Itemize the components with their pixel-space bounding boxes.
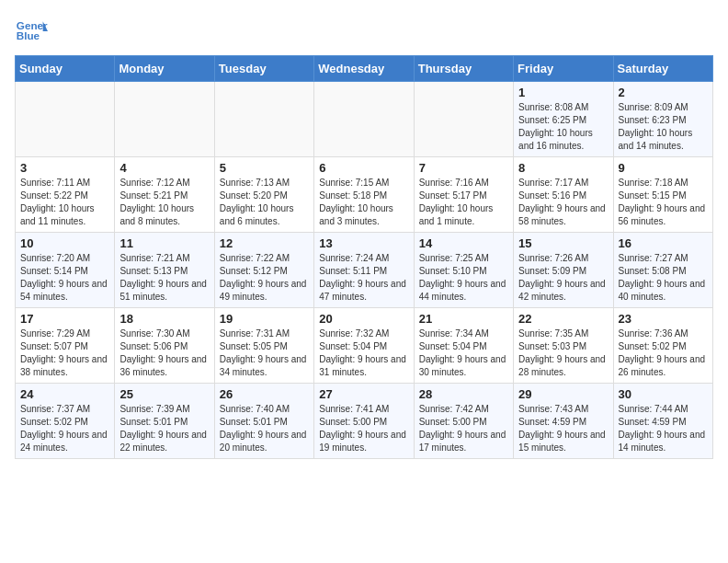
calendar-cell: 1Sunrise: 8:08 AM Sunset: 6:25 PM Daylig… [514, 82, 613, 157]
calendar-cell: 9Sunrise: 7:18 AM Sunset: 5:15 PM Daylig… [613, 157, 712, 233]
calendar-cell: 26Sunrise: 7:40 AM Sunset: 5:01 PM Dayli… [214, 384, 313, 459]
calendar-cell [214, 82, 313, 157]
day-number: 9 [619, 161, 708, 175]
day-info: Sunrise: 7:36 AM Sunset: 5:02 PM Dayligh… [619, 327, 708, 379]
calendar-cell: 29Sunrise: 7:43 AM Sunset: 4:59 PM Dayli… [514, 384, 613, 459]
calendar-table: SundayMondayTuesdayWednesdayThursdayFrid… [15, 55, 713, 459]
day-number: 24 [20, 387, 109, 401]
calendar-week-row: 1Sunrise: 8:08 AM Sunset: 6:25 PM Daylig… [16, 82, 713, 157]
day-number: 10 [20, 236, 109, 250]
day-number: 3 [20, 161, 109, 175]
calendar-body: 1Sunrise: 8:08 AM Sunset: 6:25 PM Daylig… [16, 82, 713, 459]
day-info: Sunrise: 7:26 AM Sunset: 5:09 PM Dayligh… [518, 252, 608, 304]
calendar-cell: 8Sunrise: 7:17 AM Sunset: 5:16 PM Daylig… [514, 157, 613, 233]
calendar-cell: 6Sunrise: 7:15 AM Sunset: 5:18 PM Daylig… [314, 157, 414, 233]
calendar-week-row: 3Sunrise: 7:11 AM Sunset: 5:22 PM Daylig… [16, 157, 713, 233]
day-number: 12 [220, 236, 309, 250]
calendar-cell: 15Sunrise: 7:26 AM Sunset: 5:09 PM Dayli… [514, 233, 613, 308]
day-info: Sunrise: 7:32 AM Sunset: 5:04 PM Dayligh… [319, 327, 408, 379]
day-number: 22 [518, 312, 608, 326]
logo-icon: General Blue [15, 15, 48, 48]
day-info: Sunrise: 7:12 AM Sunset: 5:21 PM Dayligh… [119, 177, 209, 228]
weekday-header-cell: Thursday [414, 56, 513, 82]
calendar-cell: 16Sunrise: 7:27 AM Sunset: 5:08 PM Dayli… [613, 233, 712, 308]
day-number: 17 [20, 312, 109, 326]
day-number: 14 [419, 236, 508, 250]
day-number: 23 [619, 312, 708, 326]
day-info: Sunrise: 7:21 AM Sunset: 5:13 PM Dayligh… [119, 252, 209, 304]
day-info: Sunrise: 7:42 AM Sunset: 5:00 PM Dayligh… [419, 403, 508, 454]
day-info: Sunrise: 7:31 AM Sunset: 5:05 PM Dayligh… [220, 327, 309, 379]
calendar-cell: 19Sunrise: 7:31 AM Sunset: 5:05 PM Dayli… [214, 308, 313, 384]
calendar-week-row: 17Sunrise: 7:29 AM Sunset: 5:07 PM Dayli… [16, 308, 713, 384]
day-number: 7 [419, 161, 508, 175]
calendar-cell [414, 82, 513, 157]
svg-text:Blue: Blue [17, 29, 40, 41]
day-info: Sunrise: 7:41 AM Sunset: 5:00 PM Dayligh… [319, 403, 408, 454]
day-info: Sunrise: 7:29 AM Sunset: 5:07 PM Dayligh… [20, 327, 109, 379]
page-header: General Blue [15, 15, 713, 48]
day-number: 30 [619, 387, 708, 401]
logo: General Blue [15, 15, 48, 48]
calendar-cell: 11Sunrise: 7:21 AM Sunset: 5:13 PM Dayli… [115, 233, 214, 308]
day-info: Sunrise: 7:43 AM Sunset: 4:59 PM Dayligh… [518, 403, 608, 454]
day-info: Sunrise: 7:22 AM Sunset: 5:12 PM Dayligh… [220, 252, 309, 304]
day-number: 1 [518, 86, 608, 99]
calendar-cell: 4Sunrise: 7:12 AM Sunset: 5:21 PM Daylig… [115, 157, 214, 233]
calendar-cell: 27Sunrise: 7:41 AM Sunset: 5:00 PM Dayli… [314, 384, 414, 459]
calendar-cell: 13Sunrise: 7:24 AM Sunset: 5:11 PM Dayli… [314, 233, 414, 308]
day-info: Sunrise: 7:17 AM Sunset: 5:16 PM Dayligh… [518, 177, 608, 228]
calendar-week-row: 10Sunrise: 7:20 AM Sunset: 5:14 PM Dayli… [16, 233, 713, 308]
day-info: Sunrise: 7:44 AM Sunset: 4:59 PM Dayligh… [619, 403, 708, 454]
day-info: Sunrise: 7:20 AM Sunset: 5:14 PM Dayligh… [20, 252, 109, 304]
day-number: 16 [619, 236, 708, 250]
day-number: 18 [119, 312, 209, 326]
day-number: 13 [319, 236, 408, 250]
calendar-cell: 22Sunrise: 7:35 AM Sunset: 5:03 PM Dayli… [514, 308, 613, 384]
calendar-cell: 28Sunrise: 7:42 AM Sunset: 5:00 PM Dayli… [414, 384, 513, 459]
day-number: 2 [619, 86, 708, 99]
calendar-cell: 24Sunrise: 7:37 AM Sunset: 5:02 PM Dayli… [16, 384, 115, 459]
weekday-header-cell: Tuesday [214, 56, 313, 82]
day-number: 15 [518, 236, 608, 250]
calendar-cell: 21Sunrise: 7:34 AM Sunset: 5:04 PM Dayli… [414, 308, 513, 384]
calendar-cell: 7Sunrise: 7:16 AM Sunset: 5:17 PM Daylig… [414, 157, 513, 233]
day-number: 4 [119, 161, 209, 175]
day-number: 29 [518, 387, 608, 401]
day-number: 25 [119, 387, 209, 401]
day-info: Sunrise: 7:34 AM Sunset: 5:04 PM Dayligh… [419, 327, 508, 379]
calendar-cell [314, 82, 414, 157]
calendar-cell: 18Sunrise: 7:30 AM Sunset: 5:06 PM Dayli… [115, 308, 214, 384]
day-number: 21 [419, 312, 508, 326]
day-number: 8 [518, 161, 608, 175]
day-number: 6 [319, 161, 408, 175]
day-info: Sunrise: 7:18 AM Sunset: 5:15 PM Dayligh… [619, 177, 708, 228]
day-number: 5 [220, 161, 309, 175]
day-number: 11 [119, 236, 209, 250]
day-number: 19 [220, 312, 309, 326]
day-number: 26 [220, 387, 309, 401]
calendar-cell: 25Sunrise: 7:39 AM Sunset: 5:01 PM Dayli… [115, 384, 214, 459]
day-info: Sunrise: 7:27 AM Sunset: 5:08 PM Dayligh… [619, 252, 708, 304]
weekday-header-row: SundayMondayTuesdayWednesdayThursdayFrid… [16, 56, 713, 82]
day-number: 28 [419, 387, 508, 401]
calendar-cell [16, 82, 115, 157]
calendar-cell: 5Sunrise: 7:13 AM Sunset: 5:20 PM Daylig… [214, 157, 313, 233]
day-info: Sunrise: 8:08 AM Sunset: 6:25 PM Dayligh… [518, 101, 608, 153]
weekday-header-cell: Sunday [16, 56, 115, 82]
weekday-header-cell: Wednesday [314, 56, 414, 82]
day-info: Sunrise: 7:24 AM Sunset: 5:11 PM Dayligh… [319, 252, 408, 304]
calendar-cell: 23Sunrise: 7:36 AM Sunset: 5:02 PM Dayli… [613, 308, 712, 384]
day-info: Sunrise: 7:16 AM Sunset: 5:17 PM Dayligh… [419, 177, 508, 228]
day-info: Sunrise: 7:39 AM Sunset: 5:01 PM Dayligh… [119, 403, 209, 454]
day-info: Sunrise: 8:09 AM Sunset: 6:23 PM Dayligh… [619, 101, 708, 153]
weekday-header-cell: Friday [514, 56, 613, 82]
calendar-cell: 20Sunrise: 7:32 AM Sunset: 5:04 PM Dayli… [314, 308, 414, 384]
day-number: 27 [319, 387, 408, 401]
day-info: Sunrise: 7:30 AM Sunset: 5:06 PM Dayligh… [119, 327, 209, 379]
day-info: Sunrise: 7:13 AM Sunset: 5:20 PM Dayligh… [220, 177, 309, 228]
calendar-cell: 14Sunrise: 7:25 AM Sunset: 5:10 PM Dayli… [414, 233, 513, 308]
calendar-cell: 2Sunrise: 8:09 AM Sunset: 6:23 PM Daylig… [613, 82, 712, 157]
calendar-cell: 30Sunrise: 7:44 AM Sunset: 4:59 PM Dayli… [613, 384, 712, 459]
weekday-header-cell: Saturday [613, 56, 712, 82]
